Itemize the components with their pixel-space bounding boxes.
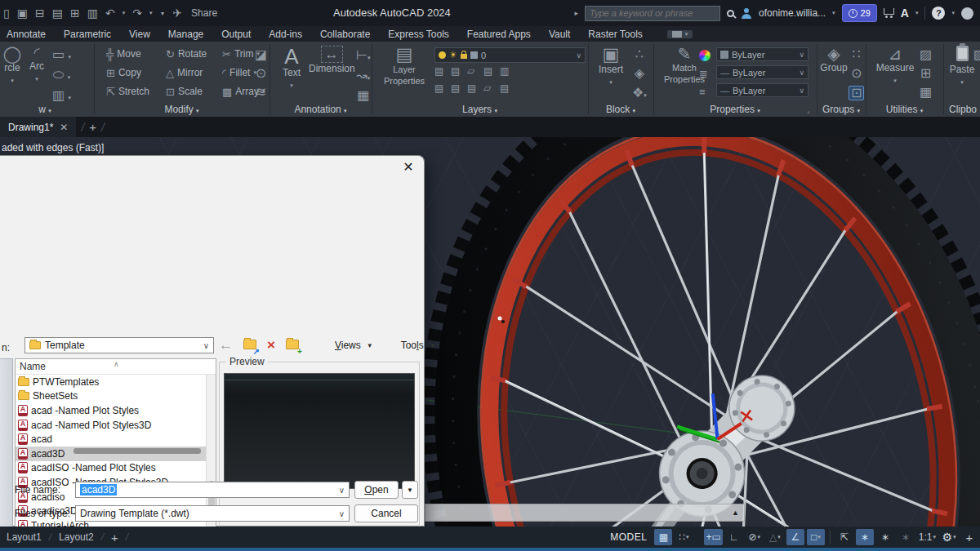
new-file-icon[interactable]: ▯ [3, 7, 10, 19]
user-avatar-icon[interactable] [741, 8, 752, 19]
dialog-close-icon[interactable]: ✕ [399, 159, 417, 175]
linetype-icon[interactable]: ≡ [699, 87, 706, 97]
layer-off-tool[interactable]: ▤ [434, 66, 451, 83]
osnap-toggle[interactable]: □▾ [807, 529, 825, 545]
layer-unisolate-tool[interactable]: ▤ [434, 83, 451, 100]
mirror-tool[interactable]: △Mirror [166, 67, 203, 78]
grid-toggle[interactable]: ▦ [654, 529, 672, 545]
tools-menu[interactable]: Tools ▼ [401, 340, 436, 351]
layer-match-tool[interactable]: ▥ [500, 66, 516, 83]
redo-icon[interactable]: ↷ [132, 7, 142, 19]
redo-dropdown-icon[interactable]: ▾ [149, 10, 153, 16]
annotation-panel-label[interactable]: Annotation ▾ [270, 104, 372, 115]
tab-parametric[interactable]: Parametric [64, 29, 111, 40]
measure-tool[interactable]: ⊿ Measure▾ [875, 46, 915, 85]
modify-panel-label[interactable]: Modify ▾ [94, 104, 270, 115]
share-icon[interactable]: ✈ [172, 7, 182, 19]
notification-badge[interactable]: 29 [842, 4, 877, 22]
layers-panel-label[interactable]: Layers ▾ [372, 104, 588, 115]
list-header[interactable]: Name ∧ [16, 359, 216, 375]
utilities-panel-label[interactable]: Utilities ▾ [866, 104, 943, 115]
circle-tool[interactable]: ◯ rcle▾ [0, 46, 24, 85]
osnap-tracking-toggle[interactable]: ∠ [786, 529, 804, 545]
help-dropdown-icon[interactable]: ▾ [951, 10, 955, 16]
copy-tool[interactable]: ⊞Copy [106, 67, 141, 78]
quick-calc-tool[interactable]: ▦ [920, 86, 932, 99]
block-attributes-tool[interactable]: ❖▾ [632, 86, 647, 100]
layer-lock-tool[interactable]: ▤ [483, 66, 500, 83]
help-icon[interactable]: ? [932, 7, 945, 20]
lineweight-icon[interactable]: ≣ [699, 69, 708, 79]
object-color-combo[interactable]: ByLayer ∨ [716, 47, 808, 61]
rectangle-tool[interactable]: ▭ ▾ [52, 47, 71, 62]
search-input[interactable] [590, 8, 715, 18]
publish-icon[interactable]: ⊞ [70, 7, 80, 19]
tab-manage[interactable]: Manage [168, 29, 203, 40]
annotation-scale-toggle[interactable]: ∗ [897, 529, 915, 545]
group-edit-tool[interactable]: ⊙ [851, 67, 862, 80]
tab-collaborate[interactable]: Collaborate [320, 29, 370, 40]
customize-status-bar-button[interactable]: + [960, 529, 978, 545]
autodesk-logo-icon[interactable]: A [901, 7, 909, 20]
open-button[interactable]: Open [354, 481, 399, 499]
plot-icon[interactable]: ▤ [52, 7, 63, 19]
move-tool[interactable]: ╬Move [106, 48, 141, 60]
settings-gear-icon[interactable]: ⚙▾ [940, 529, 958, 545]
offset-icon[interactable]: ⊙ [256, 67, 266, 80]
save-icon[interactable]: ▣ [17, 7, 28, 19]
user-name[interactable]: ofonime.willia... [759, 7, 826, 19]
explode-icon[interactable]: ≋ [256, 86, 266, 99]
look-in-combo[interactable]: Template ∨ [24, 337, 214, 353]
create-block-tool[interactable]: ∴ [635, 48, 644, 61]
ribbon-display-toggle[interactable]: ▾ [667, 30, 693, 38]
clipboard-panel-label[interactable]: Clipbo [949, 104, 980, 115]
file-name-combo[interactable]: acad3D ∨ [75, 482, 350, 498]
polar-tracking-toggle[interactable]: ⊘▾ [746, 529, 764, 545]
layer-thaw-all-tool[interactable]: ▤ [451, 83, 467, 100]
cart-icon[interactable] [884, 8, 894, 15]
new-drawing-tab-button[interactable]: + [89, 120, 96, 134]
list-horizontal-scrollbar[interactable] [74, 448, 201, 454]
new-folder-icon[interactable]: + [286, 338, 299, 353]
undo-dropdown-icon[interactable]: ▾ [122, 10, 126, 16]
quick-select-tool[interactable]: ▨ [920, 48, 932, 61]
tab-express-tools[interactable]: Express Tools [388, 29, 448, 40]
stretch-tool[interactable]: ⇱Stretch [106, 86, 149, 97]
file-type-combo[interactable]: Drawing Template (*.dwt) ∨ [75, 505, 350, 522]
cut-tool[interactable]: ▨ [973, 48, 980, 61]
list-item[interactable]: SheetSets [16, 389, 216, 404]
list-vertical-scrollbar[interactable] [206, 375, 216, 551]
layer-properties-button[interactable]: ▤ Layer Properties [377, 46, 431, 87]
search-box[interactable] [585, 6, 720, 21]
layer-unlock-tool[interactable]: ▤ [467, 83, 483, 100]
save-as-icon[interactable]: ⊟ [35, 7, 45, 19]
block-editor-tool[interactable]: ◈ [635, 67, 644, 80]
insert-tool[interactable]: ▣ Insert▾ [595, 46, 627, 87]
layout2-tab[interactable]: Layout2 [59, 531, 94, 543]
group-tool[interactable]: ◈ Group [820, 46, 848, 73]
block-panel-label[interactable]: Block ▾ [588, 104, 653, 115]
color-wheel-icon[interactable] [699, 50, 710, 61]
ellipse-tool[interactable]: ⬭ ▾ [53, 68, 71, 82]
feedback-icon[interactable] [961, 7, 973, 20]
arc-tool[interactable]: ◜ Arc▾ [26, 46, 47, 83]
layer-select-combo[interactable]: ☀ 0 ∨ [434, 47, 586, 63]
linetype-combo[interactable]: —ByLayer∨ [716, 83, 808, 97]
properties-dialog-launcher-icon[interactable]: ⌟ [807, 108, 809, 114]
model-space-toggle[interactable]: MODEL [610, 531, 647, 543]
search-expand-icon[interactable]: ▸ [575, 9, 579, 17]
erase-icon[interactable]: ◪ [255, 48, 267, 61]
tab-add-ins[interactable]: Add-ins [269, 29, 302, 40]
undo-icon[interactable]: ↶ [105, 7, 115, 19]
annotation-visibility-toggle[interactable]: ∗ [856, 529, 874, 545]
rotate-tool[interactable]: ↻Rotate [166, 48, 207, 60]
leader-tool[interactable]: ↝▾ [356, 69, 370, 83]
group-selection-toggle[interactable]: ⊡ [849, 86, 864, 100]
draw-panel-label[interactable]: w ▾ [0, 104, 90, 115]
ungroup-tool[interactable]: ∷ [853, 48, 861, 61]
layer-prev-tool[interactable]: ▱ [483, 83, 500, 100]
command-line-bar[interactable]: ▲ [425, 504, 745, 522]
annotation-autoscale-toggle[interactable]: ∗ [876, 529, 894, 545]
dimension-tool[interactable]: ↔ Dimension [309, 46, 354, 74]
up-one-level-icon[interactable]: ↗ [243, 338, 256, 353]
